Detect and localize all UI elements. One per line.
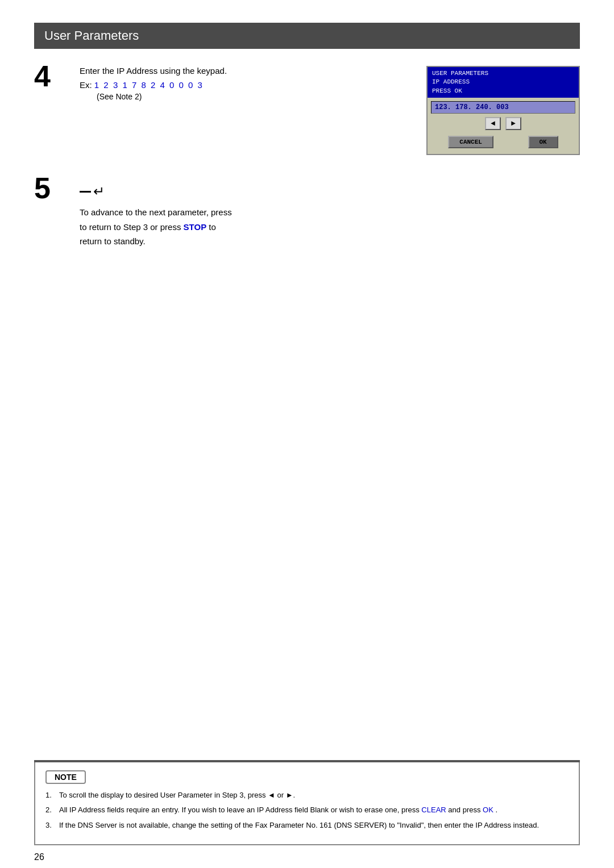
see-note: (See Note 2) xyxy=(97,92,404,101)
section-title: User Parameters xyxy=(44,28,139,43)
note-text-3: If the DNS Server is not available, chan… xyxy=(59,820,539,832)
lcd-input-value: 123. 178. 240. 003 xyxy=(435,103,509,111)
ok-word: OK xyxy=(483,806,493,814)
page-number: 26 xyxy=(34,852,44,862)
lcd-display: USER PARAMETERS IP ADDRESS PRESS OK 123.… xyxy=(426,66,580,155)
step5-line3: to xyxy=(209,222,216,232)
lcd-body: 123. 178. 240. 003 ◄ ► CANCEL OK xyxy=(428,98,579,154)
ex-numbers: 1 2 3 1 7 8 2 4 0 0 0 3 xyxy=(94,80,204,90)
lcd-header: USER PARAMETERS IP ADDRESS PRESS OK xyxy=(428,67,579,98)
step-5-number: 5 xyxy=(34,173,74,203)
step5-line4: return to standby. xyxy=(80,236,146,246)
note-item-2: 2. All IP Address fields require an entr… xyxy=(45,804,569,816)
note-wrapper: NOTE 1. To scroll the display to desired… xyxy=(34,760,580,845)
clear-word: CLEAR xyxy=(421,806,446,814)
step-5-text: To advance to the next parameter, press … xyxy=(80,205,580,249)
step-4-body: Enter the IP Address using the keypad. E… xyxy=(80,66,580,155)
lcd-header-line2: IP ADDRESS xyxy=(432,78,574,86)
lcd-nav-left[interactable]: ◄ xyxy=(485,117,501,130)
enter-icon: ↵ xyxy=(80,183,105,199)
step-4-block: 4 Enter the IP Address using the keypad.… xyxy=(34,66,580,155)
lcd-button-row: CANCEL OK xyxy=(431,133,575,151)
note-list: 1. To scroll the display to desired User… xyxy=(45,790,569,832)
note-item-1: 1. To scroll the display to desired User… xyxy=(45,790,569,802)
lcd-input-row: 123. 178. 240. 003 xyxy=(431,101,575,114)
step-4-content: Enter the IP Address using the keypad. E… xyxy=(74,66,580,155)
lcd-ok-button[interactable]: OK xyxy=(528,136,558,148)
section-header: User Parameters xyxy=(34,23,580,49)
note2-after: . xyxy=(495,806,497,814)
note-num-2: 2. xyxy=(45,804,55,816)
step5-line1: To advance to the next parameter, press xyxy=(80,207,232,217)
note-text-2: All IP Address fields require an entry. … xyxy=(59,804,497,816)
underscore-1 xyxy=(80,191,91,193)
lcd-nav-row: ◄ ► xyxy=(431,117,575,130)
main-content: 4 Enter the IP Address using the keypad.… xyxy=(34,49,580,289)
note-label: NOTE xyxy=(45,770,86,784)
note-num-1: 1. xyxy=(45,790,55,802)
step5-line2: to return to Step 3 or press xyxy=(80,222,181,232)
step-4-instruction: Enter the IP Address using the keypad. xyxy=(80,66,404,76)
step5-stop-word: STOP xyxy=(184,222,207,232)
lcd-nav-right[interactable]: ► xyxy=(505,117,521,130)
enter-arrow-icon: ↵ xyxy=(93,183,105,199)
lcd-header-line3: PRESS OK xyxy=(432,87,574,95)
lcd-header-line1: USER PARAMETERS xyxy=(432,69,574,78)
ex-label: Ex: xyxy=(80,80,92,90)
note-box: NOTE 1. To scroll the display to desired… xyxy=(34,762,580,845)
step-4-text: Enter the IP Address using the keypad. E… xyxy=(80,66,404,101)
note-text-1: To scroll the display to desired User Pa… xyxy=(59,790,295,802)
lcd-cancel-button[interactable]: CANCEL xyxy=(448,136,493,148)
note2-before: All IP Address fields require an entry. … xyxy=(59,806,420,814)
step-5-block: 5 ↵ To advance to the next parameter, pr… xyxy=(34,178,580,249)
note-item-3: 3. If the DNS Server is not available, c… xyxy=(45,820,569,832)
step-4-number: 4 xyxy=(34,61,74,91)
step-4-example: Ex: 1 2 3 1 7 8 2 4 0 0 0 3 xyxy=(80,80,404,90)
step-5-content: ↵ To advance to the next parameter, pres… xyxy=(74,178,580,249)
note-num-3: 3. xyxy=(45,820,55,832)
note2-middle: and press xyxy=(448,806,480,814)
